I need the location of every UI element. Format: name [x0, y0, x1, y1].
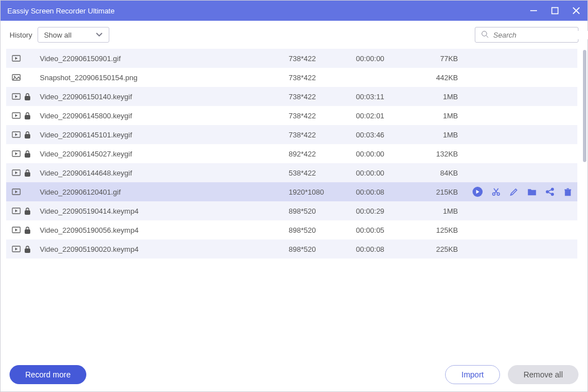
svg-marker-7 — [15, 57, 18, 60]
video-icon — [12, 112, 24, 119]
video-icon — [12, 150, 24, 158]
lock-icon — [24, 227, 40, 234]
close-button[interactable] — [572, 6, 581, 15]
window-title: Eassiy Screen Recorder Ultimate — [7, 7, 529, 15]
lock-icon — [24, 131, 40, 139]
video-icon — [12, 226, 24, 234]
cut-button[interactable] — [492, 187, 501, 196]
svg-rect-37 — [566, 190, 571, 196]
scrollbar-thumb[interactable] — [583, 50, 586, 162]
duration: 00:03:46 — [356, 131, 423, 139]
file-size: 1MB — [423, 131, 462, 139]
import-button[interactable]: Import — [445, 365, 500, 384]
title-bar: Eassiy Screen Recorder Ultimate — [1, 1, 587, 21]
file-name: Video_220906145800.keygif — [40, 112, 289, 120]
lock-icon — [24, 112, 40, 119]
svg-point-32 — [552, 188, 554, 191]
video-icon — [12, 169, 24, 177]
svg-rect-15 — [25, 115, 30, 119]
file-size: 1MB — [423, 207, 462, 215]
duration: 00:00:00 — [356, 54, 423, 63]
maximize-button[interactable] — [550, 6, 559, 15]
filter-selected-value: Show all — [44, 31, 71, 39]
dimensions: 538*422 — [289, 169, 356, 177]
delete-button[interactable] — [563, 187, 572, 196]
svg-marker-11 — [15, 95, 18, 98]
video-icon — [12, 188, 24, 196]
duration: 00:00:05 — [356, 226, 423, 234]
file-size: 125KB — [423, 226, 462, 234]
svg-marker-17 — [15, 133, 18, 136]
dimensions: 738*422 — [289, 73, 356, 82]
svg-point-33 — [547, 191, 549, 193]
table-row[interactable]: Video_220906120401.gif1920*108000:00:082… — [6, 182, 577, 201]
toolbar: History Show all — [1, 21, 587, 49]
dimensions: 738*422 — [289, 54, 356, 63]
table-row[interactable]: Snapshot_220906150154.png738*422442KB — [6, 68, 577, 87]
table-row[interactable]: Video_220906145027.keygif892*42200:00:00… — [6, 144, 577, 163]
file-name: Video_220905190020.keymp4 — [40, 245, 289, 253]
svg-marker-27 — [476, 190, 480, 194]
lock-icon — [24, 93, 40, 100]
file-name: Snapshot_220906150154.png — [40, 73, 289, 82]
share-button[interactable] — [545, 187, 554, 196]
svg-point-4 — [482, 31, 487, 36]
file-name: Video_220905190414.keymp4 — [40, 207, 289, 215]
open-folder-button[interactable] — [527, 187, 536, 196]
table-row[interactable]: Video_220905190056.keymp4898*52000:00:05… — [6, 220, 577, 239]
file-name: Video_220906120401.gif — [40, 188, 289, 196]
file-size: 225KB — [423, 245, 462, 253]
scrollbar[interactable] — [582, 49, 587, 358]
search-input[interactable] — [493, 31, 588, 39]
table-row[interactable]: Video_220905190020.keymp4898*52000:00:08… — [6, 239, 577, 259]
dimensions: 898*520 — [289, 245, 356, 253]
table-row[interactable]: Video_220906150901.gif738*42200:00:0077K… — [6, 49, 577, 68]
play-button[interactable] — [473, 187, 483, 197]
file-size: 77KB — [423, 54, 462, 63]
minimize-button[interactable] — [529, 6, 538, 15]
svg-line-36 — [548, 192, 552, 194]
svg-line-5 — [487, 35, 489, 38]
svg-rect-21 — [25, 153, 30, 157]
lock-icon — [24, 207, 40, 215]
file-name: Video_220906150140.keygif — [40, 93, 289, 101]
edit-button[interactable] — [510, 187, 518, 196]
table-row[interactable]: Video_220906145101.keygif738*42200:03:46… — [6, 125, 577, 144]
record-more-button[interactable]: Record more — [10, 365, 86, 384]
search-box[interactable] — [475, 27, 578, 43]
file-size: 1MB — [423, 112, 462, 120]
lock-icon — [24, 150, 40, 158]
lock-icon — [24, 246, 40, 253]
file-size: 132KB — [423, 150, 462, 158]
svg-rect-1 — [552, 8, 558, 14]
remove-all-button[interactable]: Remove all — [508, 365, 578, 384]
svg-point-34 — [552, 193, 554, 196]
file-size: 442KB — [423, 73, 462, 82]
file-name: Video_220905190056.keymp4 — [40, 226, 289, 234]
duration: 00:00:29 — [356, 207, 423, 215]
duration: 00:00:08 — [356, 188, 423, 196]
table-row[interactable]: Video_220905190414.keymp4898*52000:00:29… — [6, 201, 577, 220]
file-name: Video_220906150901.gif — [40, 54, 289, 63]
video-icon — [12, 54, 24, 62]
svg-rect-50 — [25, 248, 30, 252]
svg-marker-46 — [15, 229, 18, 232]
video-icon — [12, 93, 24, 100]
svg-marker-23 — [15, 172, 18, 174]
svg-rect-24 — [25, 172, 30, 176]
video-icon — [12, 131, 24, 139]
filter-dropdown[interactable]: Show all — [38, 27, 109, 43]
duration: 00:03:11 — [356, 93, 423, 101]
duration: 00:00:08 — [356, 245, 423, 253]
svg-rect-12 — [25, 96, 30, 100]
table-row[interactable]: Video_220906144648.keygif538*42200:00:00… — [6, 163, 577, 182]
table-row[interactable]: Video_220906145800.keygif738*42200:02:01… — [6, 106, 577, 125]
svg-marker-26 — [15, 191, 18, 193]
table-row[interactable]: Video_220906150140.keygif738*42200:03:11… — [6, 87, 577, 106]
dimensions: 738*422 — [289, 93, 356, 101]
video-icon — [12, 207, 24, 215]
chevron-down-icon — [95, 31, 103, 39]
svg-rect-18 — [25, 134, 30, 138]
svg-rect-44 — [25, 210, 30, 214]
lock-icon — [24, 169, 40, 177]
